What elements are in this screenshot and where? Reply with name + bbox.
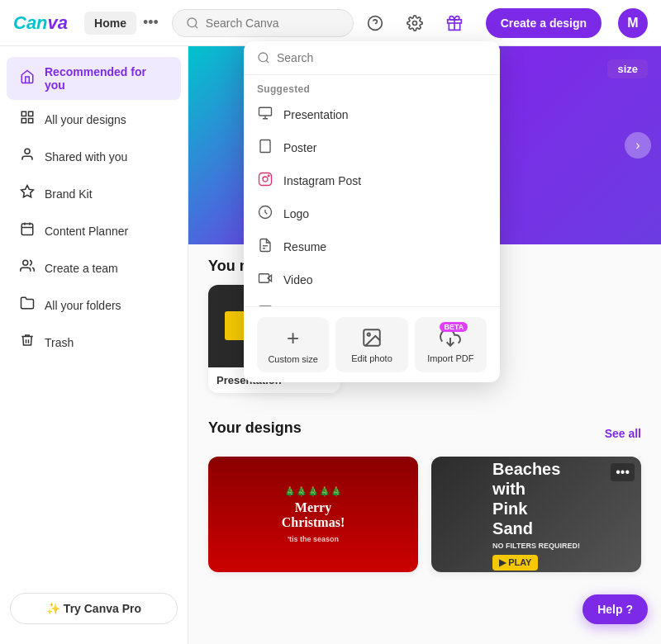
sidebar-item-recommended[interactable]: Recommended for you	[7, 57, 181, 100]
christmas-design[interactable]: 🎄🎄🎄🎄🎄 MerryChristmas! 'tis the season	[208, 457, 418, 572]
dropdown-item-logo[interactable]: Logo	[244, 197, 500, 230]
sidebar-item-label: Recommended for you	[45, 65, 168, 92]
sidebar-item-label: Brand Kit	[45, 187, 93, 201]
sidebar-item-label: Trash	[45, 336, 74, 349]
svg-point-4	[412, 21, 416, 25]
dropdown-list: Suggested Presentation Poster Instagram …	[244, 75, 500, 306]
avatar[interactable]: M	[618, 8, 648, 38]
gear-icon	[407, 15, 423, 31]
search-input[interactable]	[206, 17, 338, 30]
sidebar-item-label: Create a team	[45, 262, 118, 275]
sidebar-item-trash[interactable]: Trash	[7, 324, 181, 360]
dropdown-item-label: Resume	[283, 240, 326, 253]
more-options-icon[interactable]: •••	[611, 463, 635, 481]
card-icon	[257, 304, 273, 306]
designs-title: Your designs	[208, 419, 302, 437]
dropdown-search-input[interactable]	[277, 51, 487, 64]
sidebar-item-label: All your designs	[45, 113, 126, 126]
create-design-button[interactable]: Create a design	[486, 8, 602, 38]
svg-marker-12	[21, 186, 34, 197]
plus-icon: +	[287, 325, 299, 351]
edit-photo-icon	[361, 327, 383, 348]
gift-icon	[446, 15, 463, 31]
your-designs-section: Your designs See all 🎄🎄🎄🎄🎄 MerryChristma…	[188, 406, 661, 585]
help-icon-btn[interactable]	[360, 8, 390, 38]
dropdown-search-icon	[257, 51, 270, 64]
size-badge: size	[607, 59, 648, 78]
dropdown-search-area	[244, 41, 500, 75]
svg-point-29	[268, 175, 269, 177]
instagram-icon	[257, 172, 273, 190]
help-label: Help ?	[597, 603, 633, 616]
sidebar-item-all-designs[interactable]: All your designs	[7, 102, 181, 137]
presentation-icon	[257, 106, 273, 124]
see-all-link[interactable]: See all	[605, 427, 641, 440]
svg-point-28	[263, 177, 268, 182]
sidebar-bottom: ✨ Try Canva Pro	[0, 583, 188, 634]
svg-line-1	[195, 26, 197, 28]
edit-photo-label: Edit photo	[351, 353, 392, 363]
svg-rect-26	[260, 140, 270, 153]
sidebar-item-shared[interactable]: Shared with you	[7, 139, 181, 174]
dropdown-item-video[interactable]: Video	[244, 263, 500, 296]
dropdown-item-label: Logo	[283, 207, 309, 220]
topnav: Canva Home ••• Create a design M	[0, 0, 661, 46]
try-pro-button[interactable]: ✨ Try Canva Pro	[10, 593, 178, 624]
help-button[interactable]: Help ?	[583, 594, 648, 624]
trash-icon	[20, 333, 35, 352]
search-icon	[186, 17, 199, 30]
calendar-icon	[20, 221, 35, 240]
dropdown-item-label: Video	[283, 273, 313, 286]
sidebar: Recommended for you All your designs Sha…	[0, 46, 188, 644]
nav-icons: Create a design M	[360, 8, 648, 38]
home-icon	[20, 69, 35, 88]
question-icon	[367, 15, 383, 31]
import-pdf-label: Import PDF	[427, 353, 473, 363]
svg-marker-34	[268, 275, 272, 282]
settings-icon-btn[interactable]	[400, 8, 430, 38]
svg-rect-27	[259, 173, 272, 186]
user-icon	[20, 147, 35, 166]
search-bar[interactable]	[172, 9, 354, 37]
beta-badge: BETA	[440, 322, 468, 332]
svg-point-0	[188, 18, 197, 27]
svg-rect-7	[21, 111, 26, 116]
search-dropdown: Suggested Presentation Poster Instagram …	[244, 41, 500, 382]
svg-rect-9	[29, 119, 33, 123]
svg-rect-8	[29, 111, 33, 116]
dropdown-item-presentation[interactable]: Presentation	[244, 98, 500, 131]
svg-point-42	[368, 333, 370, 335]
dropdown-item-label: Instagram Post	[283, 174, 361, 187]
sidebar-item-folders[interactable]: All your folders	[7, 287, 181, 323]
dropdown-item-poster[interactable]: Poster	[244, 131, 500, 164]
dropdown-item-card[interactable]: Card (Landscape)	[244, 296, 500, 306]
beaches-design[interactable]: BeacheswithPinkSand NO FILTERS REQUIRED!…	[431, 457, 641, 572]
svg-point-17	[23, 260, 28, 265]
more-nav-icon[interactable]: •••	[143, 14, 159, 31]
dropdown-item-instagram[interactable]: Instagram Post	[244, 164, 500, 197]
video-icon	[257, 271, 273, 289]
sidebar-item-create-team[interactable]: Create a team	[7, 250, 181, 286]
sidebar-item-label: Content Planner	[45, 225, 128, 238]
edit-photo-btn[interactable]: Edit photo	[335, 317, 407, 372]
design-grid: 🎄🎄🎄🎄🎄 MerryChristmas! 'tis the season Be…	[208, 457, 641, 572]
resume-icon	[257, 238, 273, 256]
svg-line-22	[266, 60, 269, 63]
import-pdf-btn[interactable]: BETA Import PDF	[415, 317, 487, 372]
home-nav-item[interactable]: Home	[84, 12, 136, 35]
sidebar-item-brand[interactable]: Brand Kit	[7, 176, 181, 211]
dropdown-item-resume[interactable]: Resume	[244, 230, 500, 263]
custom-size-label: Custom size	[268, 354, 318, 364]
custom-size-btn[interactable]: + Custom size	[257, 317, 329, 372]
dropdown-bottom-actions: + Custom size Edit photo BETA Import PDF	[244, 306, 500, 382]
hero-next-arrow[interactable]: ›	[625, 132, 651, 159]
svg-point-11	[25, 149, 30, 154]
svg-point-21	[259, 53, 268, 62]
poster-icon	[257, 139, 273, 157]
svg-rect-23	[259, 107, 272, 116]
svg-rect-13	[21, 224, 33, 235]
dropdown-section-label: Suggested	[244, 75, 500, 98]
gift-icon-btn[interactable]	[440, 8, 469, 38]
users-icon	[20, 258, 35, 277]
sidebar-item-content-planner[interactable]: Content Planner	[7, 213, 181, 249]
